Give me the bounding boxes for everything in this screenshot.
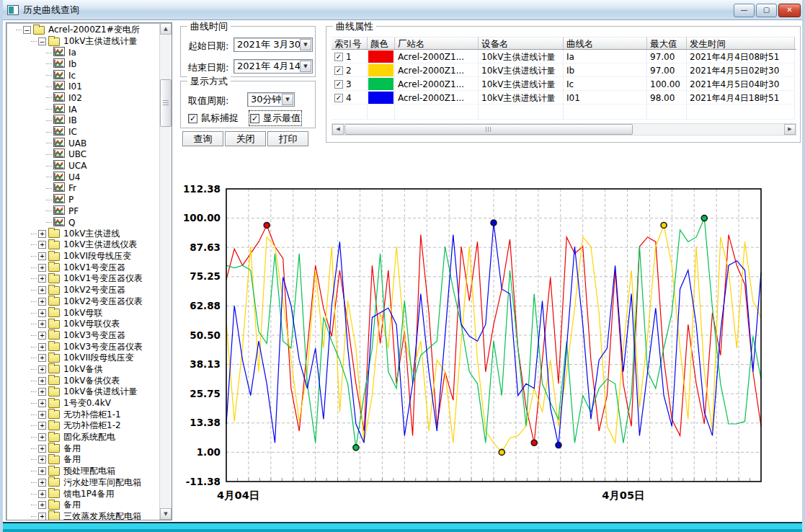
tree-item[interactable]: Ia (6, 47, 159, 58)
expand-icon[interactable]: + (38, 298, 46, 306)
tree-item[interactable]: +10kV主供进线仪表 (6, 239, 159, 251)
expand-icon[interactable]: + (38, 264, 46, 272)
expand-icon[interactable]: + (38, 252, 46, 260)
tree-item[interactable]: +10kVI段母线压变 (6, 251, 159, 262)
print-button[interactable]: 打印 (267, 131, 308, 146)
collapse-icon[interactable]: – (23, 26, 31, 34)
tree-item[interactable]: +10kV1号变压器仪表 (6, 273, 159, 285)
tree-item[interactable]: +无功补偿柜1-2 (6, 420, 159, 432)
tree-item[interactable]: +备用 (6, 443, 159, 454)
start-date-picker[interactable]: 2021年 3月30 ▼ (234, 37, 313, 52)
header-cell-3[interactable]: 设备名 (479, 37, 564, 49)
tree-item[interactable]: P (6, 194, 159, 205)
tree-item[interactable]: +10kV3号变压器仪表 (6, 341, 159, 353)
tree-item[interactable]: +10kV备供进线计量 (6, 386, 159, 398)
tree-item[interactable]: I01 (6, 81, 159, 92)
tree-item[interactable]: PF (6, 205, 159, 217)
table-row[interactable]: ✓4Acrel-2000Z1...10kV主供进线计量I0198.002021年… (332, 91, 796, 105)
query-button[interactable]: 查询 (182, 131, 223, 146)
tree-item[interactable]: +1号变0.4kV (6, 398, 159, 409)
tree-item[interactable]: Ic (6, 70, 159, 81)
expand-icon[interactable]: + (38, 479, 46, 487)
header-cell-1[interactable]: 颜色 (368, 37, 395, 49)
expand-icon[interactable]: + (38, 377, 46, 385)
expand-icon[interactable]: + (38, 433, 46, 441)
expand-icon[interactable]: + (38, 411, 46, 419)
expand-icon[interactable]: + (38, 354, 46, 362)
close-button[interactable]: 关闭 (225, 131, 266, 146)
tree-item[interactable]: +10kV主供进线 (6, 228, 159, 239)
header-cell-4[interactable]: 曲线名 (564, 37, 647, 49)
chevron-down-icon[interactable]: ▼ (300, 61, 311, 72)
tree-item[interactable]: +三效蒸发系统配电箱 (6, 511, 159, 520)
tree-item[interactable]: +备用 (6, 454, 159, 466)
checkbox-check-icon[interactable]: ✓ (188, 114, 197, 123)
chevron-down-icon[interactable]: ▼ (300, 39, 311, 50)
tree-item[interactable]: +10kV母联仪表 (6, 319, 159, 330)
tree-item[interactable]: +备用 (6, 500, 159, 511)
scroll-up-button[interactable]: ▲ (160, 23, 172, 35)
tree-item[interactable]: UCA (6, 160, 159, 172)
expand-icon[interactable]: + (38, 501, 46, 509)
row-checkbox[interactable]: ✓ (334, 94, 343, 102)
expand-icon[interactable]: + (38, 286, 46, 294)
tree-item[interactable]: +预处理配电箱 (6, 466, 159, 477)
scroll-thumb[interactable] (344, 124, 633, 135)
header-cell-5[interactable]: 最大值 (647, 37, 687, 49)
checkbox-check-icon[interactable]: ✓ (250, 114, 259, 123)
tree-item[interactable]: +固化系统配电 (6, 432, 159, 443)
row-checkbox[interactable]: ✓ (334, 53, 343, 61)
tree-item[interactable]: +10kV母联 (6, 307, 159, 319)
tree-item[interactable]: +无功补偿柜1-1 (6, 409, 159, 420)
expand-icon[interactable]: + (38, 467, 46, 475)
tree-item[interactable]: +10kV1号变压器 (6, 262, 159, 273)
tree-item[interactable]: +污水处理车间配电箱 (6, 477, 159, 489)
tree-item[interactable]: IB (6, 115, 159, 127)
maximize-button[interactable]: ▢ (756, 4, 777, 17)
row-checkbox[interactable]: ✓ (334, 66, 343, 75)
expand-icon[interactable]: + (38, 365, 46, 373)
table-horizontal-scrollbar[interactable]: ◀ ▶ (332, 123, 796, 136)
expand-icon[interactable]: + (38, 275, 46, 283)
tree-item[interactable]: IC (6, 126, 159, 138)
table-row[interactable]: ✓3Acrel-2000Z1...10kV主供进线计量Ic100.002021年… (332, 77, 796, 91)
expand-icon[interactable]: + (38, 399, 46, 407)
expand-icon[interactable]: + (38, 309, 46, 317)
minimize-button[interactable]: — (734, 4, 755, 17)
scroll-down-button[interactable]: ▼ (160, 508, 172, 520)
period-select[interactable]: 30分钟 ▼ (247, 92, 295, 107)
tree-item[interactable]: UBC (6, 149, 159, 161)
expand-icon[interactable]: + (38, 343, 46, 351)
tree-item[interactable]: +馈电1P4备用 (6, 488, 159, 500)
chevron-down-icon[interactable]: ▼ (282, 94, 293, 105)
close-window-button[interactable]: ✕ (778, 4, 801, 17)
tree-item[interactable]: +10kV2号变压器 (6, 285, 159, 296)
tree-item[interactable]: +10kVII段母线压变 (6, 353, 159, 364)
tree-item[interactable]: +10kV备供 (6, 364, 159, 376)
tree-item[interactable]: Q (6, 217, 159, 229)
tree-item[interactable]: IA (6, 104, 159, 115)
header-cell-0[interactable]: 索引号 (332, 37, 368, 49)
tree-item[interactable]: –Acrel-2000Z1#变电所 (6, 25, 159, 36)
expand-icon[interactable]: + (38, 388, 46, 396)
expand-icon[interactable]: + (38, 490, 46, 498)
tree-item[interactable]: UAB (6, 138, 159, 149)
expand-icon[interactable]: + (38, 230, 46, 238)
expand-icon[interactable]: + (38, 445, 46, 453)
mouse-capture-checkbox[interactable]: ✓ 鼠标捕捉 (188, 112, 239, 125)
expand-icon[interactable]: + (38, 456, 46, 464)
expand-icon[interactable]: + (38, 320, 46, 328)
tree-item[interactable]: I02 (6, 92, 159, 104)
tree-item[interactable]: +10kV备供仪表 (6, 375, 159, 386)
tree-item[interactable]: Ib (6, 58, 159, 70)
expand-icon[interactable]: + (38, 332, 46, 340)
tree-item[interactable]: –10kV主供进线计量 (6, 36, 159, 48)
expand-icon[interactable]: + (38, 513, 46, 520)
header-cell-6[interactable]: 发生时间 (687, 37, 795, 49)
show-extremes-checkbox[interactable]: ✓ 显示最值 (250, 112, 301, 125)
scroll-left-button[interactable]: ◀ (332, 124, 344, 135)
expand-icon[interactable]: + (38, 422, 46, 430)
tree-item[interactable]: Fr (6, 183, 159, 195)
end-date-picker[interactable]: 2021年 4月14 ▼ (234, 59, 313, 74)
header-cell-2[interactable]: 厂站名 (395, 37, 479, 49)
